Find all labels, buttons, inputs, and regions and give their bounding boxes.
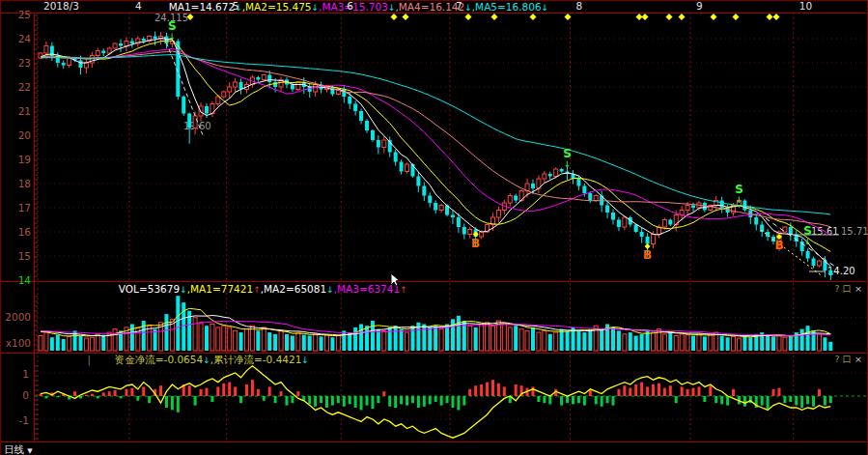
flow-bar xyxy=(646,386,649,396)
flow-bar xyxy=(440,396,443,406)
candle-body-down xyxy=(514,196,518,201)
candle-body-down xyxy=(308,87,312,92)
volume-bar xyxy=(817,334,821,351)
stock-chart-window: MA▼ (5,10,20,30,60,250) MA1=14.672↓,MA2=… xyxy=(0,0,868,455)
volume-bar xyxy=(79,336,83,351)
volume-bar xyxy=(56,335,60,351)
flow-bar xyxy=(491,380,494,396)
flow-bar xyxy=(601,396,603,407)
candle-body-down xyxy=(400,162,404,172)
flow-bar xyxy=(503,386,506,396)
flow-bar xyxy=(285,396,288,406)
volume-bar xyxy=(823,337,826,351)
candle-body-down xyxy=(182,97,185,114)
candle-body-up xyxy=(84,63,88,68)
volume-bar xyxy=(502,324,506,351)
volume-bar xyxy=(193,318,197,351)
flow-bar xyxy=(446,396,449,403)
sell-signal-label: S xyxy=(803,224,812,238)
chart-canvas[interactable]: S↓S↓S↓S↓BBB xyxy=(0,0,868,455)
flow-bar xyxy=(85,395,88,396)
candle-body-down xyxy=(371,130,375,140)
flow-bar xyxy=(583,396,586,406)
candle-body-down xyxy=(119,43,123,46)
flow-bar xyxy=(337,396,340,403)
flow-bar xyxy=(629,388,631,396)
sell-arrow-icon: ↓ xyxy=(736,195,743,205)
flow-bar xyxy=(406,396,408,406)
signal-diamond-icon xyxy=(773,14,780,20)
flow-bar xyxy=(772,389,775,396)
candle-body-down xyxy=(605,206,609,213)
candle-body-down xyxy=(691,206,695,209)
volume-bar xyxy=(525,330,529,351)
volume-bar xyxy=(732,336,736,351)
flow-bar xyxy=(800,396,803,408)
volume-bar xyxy=(806,326,810,351)
volume-bar xyxy=(623,334,627,351)
flow-bar xyxy=(548,396,551,404)
candle-body-down xyxy=(256,77,260,80)
volume-bar xyxy=(330,337,334,351)
flow-bar xyxy=(239,396,242,403)
volume-bar xyxy=(210,324,214,351)
volume-bar xyxy=(566,330,570,351)
trendline xyxy=(164,37,203,135)
volume-bar xyxy=(142,321,146,351)
candle-body-up xyxy=(296,82,300,90)
candle-body-down xyxy=(187,114,191,128)
signal-diamond-icon xyxy=(530,14,537,20)
volume-bar xyxy=(50,337,54,351)
flow-bar xyxy=(91,394,94,396)
volume-bar xyxy=(508,327,512,351)
flow-bar xyxy=(818,389,821,396)
flow-bar xyxy=(497,384,500,396)
volume-bar xyxy=(828,342,832,351)
volume-bar xyxy=(554,332,558,351)
candle-body-down xyxy=(291,85,294,90)
flow-bar xyxy=(743,396,746,407)
flow-bar xyxy=(280,391,283,396)
volume-bar xyxy=(62,339,66,351)
flow-bar xyxy=(360,396,363,410)
flow-bar xyxy=(709,385,712,396)
flow-bar xyxy=(692,388,695,396)
candle-body-up xyxy=(262,75,266,80)
flow-bar xyxy=(812,396,815,407)
volume-bar xyxy=(422,324,426,351)
volume-bar xyxy=(44,332,48,351)
candle-body-up xyxy=(107,48,111,53)
volume-bar xyxy=(486,323,490,351)
flow-bar xyxy=(612,396,615,406)
signal-diamond-icon xyxy=(465,14,472,20)
volume-bar xyxy=(400,329,404,351)
candle-body-up xyxy=(543,174,546,179)
volume-bar xyxy=(703,336,707,351)
volume-bar xyxy=(434,326,437,351)
flow-bar xyxy=(429,396,432,404)
flow-bar xyxy=(417,396,420,408)
volume-bar xyxy=(199,323,203,351)
flow-bar xyxy=(171,396,174,410)
flow-bar xyxy=(291,396,294,403)
flow-bar xyxy=(108,391,111,396)
flow-bar xyxy=(795,396,798,406)
volume-bar xyxy=(629,332,632,351)
flow-bar xyxy=(480,384,483,396)
flow-bar xyxy=(377,396,379,403)
ma-line-60 xyxy=(41,55,830,215)
volume-bar xyxy=(68,336,71,351)
flow-bar xyxy=(829,396,832,403)
volume-bar xyxy=(267,332,271,351)
volume-bar xyxy=(674,336,678,351)
candle-body-down xyxy=(359,111,363,121)
signal-diamond-icon xyxy=(642,14,649,20)
candle-body-down xyxy=(742,201,746,211)
flow-bar xyxy=(216,386,219,396)
volume-bar xyxy=(325,335,329,351)
trendline xyxy=(761,230,823,276)
candle-body-down xyxy=(428,196,432,204)
volume-bar xyxy=(308,336,312,351)
volume-bar xyxy=(164,314,168,351)
flow-bar xyxy=(210,396,213,402)
